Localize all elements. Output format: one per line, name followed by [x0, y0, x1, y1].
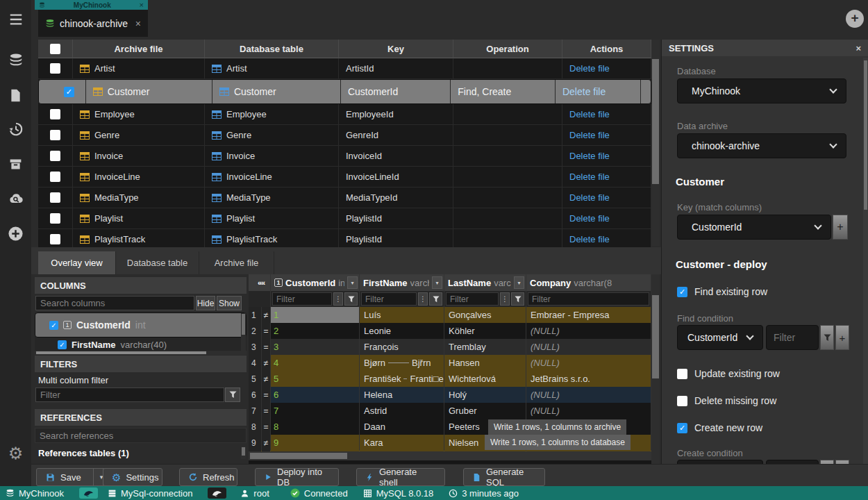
column-header-operation[interactable]: Operation [453, 40, 562, 58]
row-checkbox[interactable] [50, 109, 60, 119]
cell-firstname[interactable]: Leonie [360, 323, 444, 339]
add-button[interactable]: + [846, 10, 864, 28]
column-checkbox[interactable] [49, 321, 58, 330]
deploy-into-db-button[interactable]: Deploy into DB [255, 468, 339, 486]
add-key-button[interactable]: + [833, 215, 848, 240]
mysql-dolphin-badge-active[interactable] [79, 488, 98, 499]
column-dropdown-icon[interactable]: ▾ [432, 276, 442, 289]
settings-scrollbar[interactable] [863, 58, 868, 464]
cell-firstname[interactable]: François [360, 339, 444, 355]
column-header-archive-file[interactable]: Archive file [73, 40, 205, 58]
archive-box-nav-icon[interactable] [0, 153, 31, 174]
hide-columns-button[interactable]: Hide [196, 296, 215, 310]
filter-funnel-icon[interactable] [511, 292, 524, 306]
grid-row[interactable]: 4 ≠ 4 BjørnBjřrn Hansen (NULL) [249, 355, 651, 371]
status-connection[interactable]: MyChinook [6, 488, 64, 499]
generate-sql-button[interactable]: Generate SQL [463, 468, 545, 486]
grid-row[interactable]: 2 = 2 Leonie Köhler (NULL) [249, 323, 651, 339]
status-driver[interactable]: MySql-connection [108, 488, 192, 499]
row-checkbox[interactable] [50, 192, 60, 203]
grid-row[interactable]: 3 = 3 François Tremblay (NULL) [249, 339, 651, 355]
cell-lastname[interactable]: Hansen [444, 355, 526, 371]
cell-company[interactable]: Embraer - Empresa [526, 307, 651, 323]
grid-row[interactable]: 6 = 6 Helena Holý (NULL) [249, 387, 651, 403]
column-list-item[interactable]: FirstName varchar(40) [35, 338, 247, 351]
row-checkbox[interactable] [50, 172, 60, 182]
cell-firstname[interactable]: Astrid [360, 403, 444, 419]
table-row[interactable]: Invoice Invoice InvoiceId Delete file [38, 146, 651, 167]
delete-missing-row-checkbox[interactable]: Delete missing row [677, 395, 776, 406]
data-archive-select[interactable]: chinook-archive [677, 133, 846, 158]
history-nav-icon[interactable] [0, 119, 31, 140]
grid-filter-input[interactable] [528, 292, 649, 306]
column-header-key[interactable]: Key [339, 40, 453, 58]
close-icon[interactable]: × [856, 43, 861, 53]
column-dropdown-icon[interactable]: ▾ [514, 276, 524, 289]
table-row[interactable]: Genre Genre GenreId Delete file [38, 125, 651, 146]
cell-customerid[interactable]: 6 [271, 387, 360, 403]
table-scrollbar[interactable] [651, 40, 660, 246]
cloud-search-nav-icon[interactable] [0, 188, 31, 209]
columns-list-hscrollbar[interactable] [35, 351, 247, 355]
hamburger-menu-icon[interactable] [0, 9, 31, 30]
cell-customerid[interactable]: 9 [271, 435, 360, 451]
cell-lastname[interactable]: Gruber [444, 403, 526, 419]
update-existing-row-checkbox[interactable]: Update existing row [677, 368, 780, 379]
tab-archive-file[interactable]: Archive file [199, 251, 274, 274]
cell-customerid-selected[interactable]: 1 [271, 307, 360, 323]
grid-row[interactable]: 1 ≠ 1 Luís Gonçalves Embraer - Empresa [249, 307, 651, 323]
delete-file-link[interactable]: Delete file [569, 213, 610, 224]
filter-menu-icon[interactable]: ⋮ [418, 292, 428, 306]
find-existing-row-checkbox[interactable]: Find existing row [677, 286, 767, 297]
references-scrollbar[interactable] [241, 447, 246, 459]
tab-overlay-view[interactable]: Overlay view [38, 251, 116, 274]
cell-lastname[interactable]: Tremblay [444, 339, 526, 355]
database-select[interactable]: MyChinook [677, 78, 846, 103]
table-row[interactable]: InvoiceLine InvoiceLine InvoiceLineId De… [38, 167, 651, 188]
find-condition-select[interactable]: CustomerId [677, 325, 763, 350]
table-row[interactable]: Playlist Playlist PlaylistId Delete file [38, 208, 651, 229]
table-row[interactable]: MediaType MediaType MediaTypeId Delete f… [38, 188, 651, 208]
delete-file-link[interactable]: Delete file [569, 151, 610, 161]
filter-funnel-button[interactable] [225, 388, 240, 402]
table-row[interactable]: Artist Artist ArtistId Delete file [38, 58, 651, 79]
grid-filter-input[interactable] [272, 292, 332, 306]
cell-lastname[interactable]: Holý [444, 387, 526, 403]
table-row-selected[interactable]: Customer Customer CustomerId Find, Creat… [38, 79, 651, 104]
cell-customerid[interactable]: 2 [271, 323, 360, 339]
grid-filter-input[interactable] [361, 292, 417, 306]
grid-row[interactable]: 5 ≠ 5 FrantišekFranti□ek Wichterlová Jet… [249, 371, 651, 387]
grid-column-lastname[interactable]: LastName varchar(20) ▾ [444, 274, 526, 291]
status-user[interactable]: root [240, 488, 269, 499]
document-tab-chinook-archive[interactable]: chinook-archive × [38, 10, 148, 37]
cell-customerid[interactable]: 7 [271, 403, 360, 419]
tab-database-table[interactable]: Database table [116, 251, 199, 274]
mysql-dolphin-badge[interactable] [208, 488, 226, 499]
cell-customerid[interactable]: 8 [271, 419, 360, 435]
show-columns-button[interactable]: Show [217, 296, 242, 310]
close-icon[interactable]: × [140, 1, 144, 9]
create-new-row-checkbox[interactable]: Create new row [677, 422, 762, 433]
cell-company[interactable]: (NULL) [526, 339, 651, 355]
close-icon[interactable]: × [135, 18, 141, 29]
delete-file-link[interactable]: Delete file [569, 63, 610, 74]
delete-file-link[interactable]: Delete file [569, 130, 610, 140]
grid-column-company[interactable]: Company varchar(8 [526, 274, 651, 291]
column-dropdown-icon[interactable]: ▾ [347, 276, 358, 289]
grid-vscrollbar[interactable] [651, 274, 660, 464]
column-checkbox[interactable] [58, 340, 67, 349]
delete-file-link[interactable]: Delete file [569, 109, 610, 119]
grid-hscrollbar[interactable] [249, 451, 651, 460]
multi-column-filter-input[interactable] [35, 388, 224, 402]
cell-firstname[interactable]: Daan [360, 419, 444, 435]
grid-column-customerid[interactable]: 1 CustomerId int ▾ [271, 274, 360, 291]
cell-company[interactable]: (NULL) [526, 403, 651, 419]
generate-shell-button[interactable]: Generate shell [356, 468, 445, 486]
find-condition-filter-input[interactable] [766, 325, 819, 350]
grid-filter-input[interactable] [446, 292, 499, 306]
cell-firstname-diff[interactable]: BjørnBjřrn [360, 355, 444, 371]
settings-button[interactable]: ⚙ Settings [103, 468, 162, 486]
row-checkbox[interactable] [50, 130, 60, 140]
find-condition-add-button[interactable]: + [835, 325, 849, 350]
cell-customerid[interactable]: 5 [271, 371, 360, 387]
